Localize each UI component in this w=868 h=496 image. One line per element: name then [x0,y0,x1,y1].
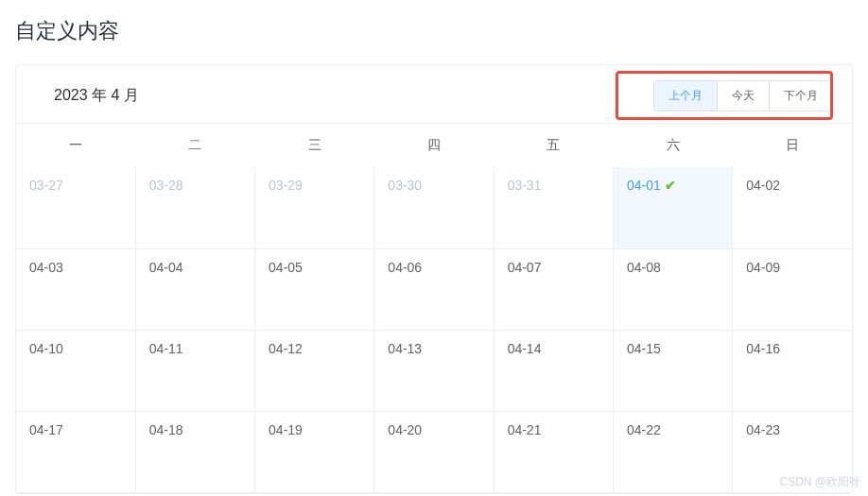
day-label: 04-04 [149,260,183,275]
calendar-cell[interactable]: 04-20 [374,411,494,492]
calendar-cell[interactable]: 04-03 [16,248,135,330]
check-icon: ✔ [665,178,676,193]
day-label: 04-14 [508,341,542,356]
weekday-header-row: 一二三四五六日 [16,124,852,167]
weekday-header: 二 [135,124,254,167]
day-label: 04-06 [388,260,422,275]
day-label: 04-15 [627,341,661,356]
nav-button-group: 上个月 今天 下个月 [653,80,833,111]
calendar-cell[interactable]: 03-31 [494,167,613,248]
calendar-cell[interactable]: 04-09 [733,248,852,330]
calendar-cell[interactable]: 04-21 [494,411,613,492]
day-label: 04-22 [627,422,661,437]
weekday-header: 六 [613,124,732,167]
day-label: 04-08 [627,260,661,275]
next-month-button[interactable]: 下个月 [770,81,832,111]
calendar-cell[interactable]: 03-27 [16,167,135,248]
calendar-cell[interactable]: 04-12 [255,330,374,411]
weekday-header: 三 [255,124,374,167]
day-label: 04-12 [269,341,303,356]
day-label: 04-16 [746,341,780,356]
calendar-cell[interactable]: 04-14 [494,330,613,411]
day-label: 04-20 [388,422,422,437]
weekday-header: 一 [16,124,135,167]
day-label: 03-30 [388,178,422,193]
today-button[interactable]: 今天 [718,81,770,111]
weekday-header: 五 [494,124,613,167]
day-label: 03-31 [508,178,542,193]
calendar-cell[interactable]: 04-22 [613,411,732,492]
calendar-date-title: 2023 年 4 月 [54,86,139,106]
day-label: 04-13 [388,341,422,356]
calendar-cell[interactable]: 04-23 [733,411,852,492]
calendar-cell[interactable]: 04-11 [135,330,254,411]
calendar-row: 04-0304-0404-0504-0604-0704-0804-09 [16,248,852,330]
calendar-row: 04-1704-1804-1904-2004-2104-2204-23 [16,411,852,492]
calendar-cell[interactable]: 04-01✔ [613,167,732,248]
day-label: 04-21 [508,422,542,437]
day-label: 04-18 [149,422,183,437]
calendar-cell[interactable]: 04-08 [613,248,732,330]
calendar-cell[interactable]: 04-16 [733,330,852,411]
day-label: 04-10 [29,341,63,356]
day-label: 03-29 [269,178,303,193]
day-label: 04-05 [269,260,303,275]
day-label: 04-07 [508,260,542,275]
day-label: 04-09 [746,260,780,275]
calendar-row: 03-2703-2803-2903-3003-3104-01✔04-02 [16,167,852,248]
calendar-cell[interactable]: 04-18 [135,411,254,492]
weekday-header: 四 [374,124,494,167]
day-label: 04-23 [746,422,780,437]
calendar-cell[interactable]: 03-30 [374,167,494,248]
calendar-header: 2023 年 4 月 上个月 今天 下个月 [16,80,852,124]
calendar-cell[interactable]: 04-05 [255,248,374,330]
calendar-cell[interactable]: 04-04 [135,248,254,330]
prev-month-button[interactable]: 上个月 [654,81,718,111]
calendar-table: 一二三四五六日 03-2703-2803-2903-3003-3104-01✔0… [16,124,852,493]
day-label: 04-03 [29,260,63,275]
day-label: 03-28 [149,178,183,193]
calendar-cell[interactable]: 04-06 [374,248,494,330]
day-label: 03-27 [29,178,63,193]
calendar-cell[interactable]: 04-07 [494,248,613,330]
weekday-header: 日 [733,124,852,167]
calendar-row: 04-1004-1104-1204-1304-1404-1504-16 [16,330,852,411]
day-label: 04-01 [627,178,661,193]
day-label: 04-19 [269,422,303,437]
day-label: 04-11 [149,341,183,356]
page-title: 自定义内容 [15,17,853,45]
calendar-cell[interactable]: 03-29 [255,167,374,248]
calendar-card: 2023 年 4 月 上个月 今天 下个月 一二三四五六日 03-2703-28… [15,64,853,494]
calendar-cell[interactable]: 04-02 [733,167,852,248]
calendar-cell[interactable]: 03-28 [135,167,254,248]
day-label: 04-02 [746,178,780,193]
calendar-cell[interactable]: 04-13 [374,330,494,411]
day-label: 04-17 [29,422,63,437]
calendar-body: 03-2703-2803-2903-3003-3104-01✔04-0204-0… [16,167,852,492]
calendar-cell[interactable]: 04-17 [16,411,135,492]
calendar-cell[interactable]: 04-15 [613,330,732,411]
calendar-cell[interactable]: 04-10 [16,330,135,411]
calendar-cell[interactable]: 04-19 [255,411,374,492]
